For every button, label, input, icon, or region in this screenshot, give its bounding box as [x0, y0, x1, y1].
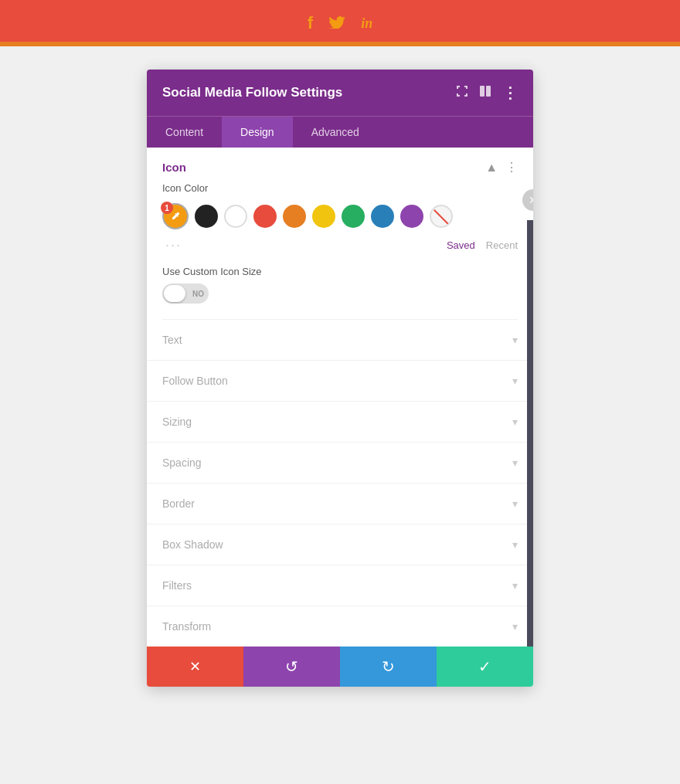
color-swatch-yellow[interactable]: [312, 205, 335, 228]
scrollbar[interactable]: [527, 220, 533, 647]
color-swatch-none[interactable]: [430, 205, 453, 228]
spacing-chevron: ▾: [512, 456, 518, 469]
follow-button-chevron: ▾: [512, 375, 518, 387]
tab-advanced[interactable]: Advanced: [293, 117, 378, 148]
sizing-section[interactable]: Sizing ▾: [147, 402, 533, 443]
custom-size-label: Use Custom Icon Size: [162, 266, 518, 277]
eyedropper-icon: [170, 211, 181, 222]
save-button[interactable]: ✓: [437, 647, 533, 687]
filters-section[interactable]: Filters ▾: [147, 565, 533, 606]
icon-section-title: Icon: [162, 161, 186, 174]
color-swatch-selected[interactable]: 1: [162, 203, 189, 229]
section-more-icon[interactable]: ⋮: [505, 160, 518, 175]
undo-icon: ↺: [285, 657, 298, 676]
border-chevron: ▾: [512, 497, 518, 510]
follow-button-label: Follow Button: [162, 375, 228, 387]
cancel-button[interactable]: ✕: [147, 647, 243, 687]
facebook-icon[interactable]: f: [308, 13, 313, 33]
tabs: Content Design Advanced: [147, 116, 533, 148]
sizing-chevron: ▾: [512, 416, 518, 428]
icon-color-label: Icon Color: [162, 182, 518, 194]
modal-header-icons: ⋮: [456, 83, 518, 102]
color-swatch-red[interactable]: [253, 205, 277, 228]
text-section[interactable]: Text ▾: [147, 320, 533, 361]
filters-label: Filters: [162, 579, 192, 592]
border-label: Border: [162, 497, 195, 510]
modal-header: Social Media Follow Settings ⋮: [147, 70, 533, 116]
swatch-number: 1: [161, 202, 173, 214]
color-swatch-black[interactable]: [195, 205, 218, 228]
toggle-thumb: [164, 285, 185, 302]
icon-color-section: Icon Color 1: [147, 182, 533, 319]
layout-icon[interactable]: [479, 85, 491, 100]
linkedin-icon[interactable]: in: [361, 15, 372, 32]
text-label: Text: [162, 334, 182, 346]
page-content: Social Media Follow Settings ⋮: [0, 46, 680, 710]
saved-tab[interactable]: Saved: [447, 239, 475, 251]
spacing-label: Spacing: [162, 456, 202, 469]
modal-body: Icon ▲ ⋮ Icon Color 1: [147, 148, 533, 647]
color-swatch-green[interactable]: [342, 205, 365, 228]
tab-design[interactable]: Design: [222, 117, 293, 148]
custom-size-toggle[interactable]: NO: [162, 283, 209, 304]
svg-rect-1: [486, 86, 491, 97]
filters-chevron: ▾: [512, 579, 518, 592]
save-icon: ✓: [478, 657, 491, 676]
color-swatch-blue[interactable]: [371, 205, 394, 228]
follow-button-section[interactable]: Follow Button ▾: [147, 361, 533, 402]
transform-chevron: ▾: [512, 620, 518, 633]
collapse-icon[interactable]: ▲: [485, 161, 498, 175]
custom-size-toggle-row: Use Custom Icon Size NO: [162, 266, 518, 304]
svg-rect-0: [480, 86, 484, 97]
twitter-icon[interactable]: [328, 15, 345, 32]
color-swatch-white[interactable]: [224, 205, 247, 228]
section-header-controls: ▲ ⋮: [485, 160, 518, 175]
redo-icon: ↻: [382, 657, 395, 676]
fullscreen-icon[interactable]: [456, 85, 468, 100]
toggle-value: NO: [192, 290, 204, 298]
more-options-icon[interactable]: ⋮: [502, 83, 518, 102]
recent-tab[interactable]: Recent: [486, 239, 518, 251]
saved-recent-tabs: Saved Recent: [447, 239, 518, 251]
redo-button[interactable]: ↻: [340, 647, 437, 687]
modal-footer: ✕ ↺ ↻ ✓: [147, 647, 533, 687]
tab-content[interactable]: Content: [147, 117, 222, 148]
color-swatches-row1: 1: [162, 203, 518, 229]
text-chevron: ▾: [512, 334, 518, 346]
spacing-section[interactable]: Spacing ▾: [147, 443, 533, 484]
box-shadow-chevron: ▾: [512, 538, 518, 551]
transform-section[interactable]: Transform ▾: [147, 606, 533, 647]
box-shadow-section[interactable]: Box Shadow ▾: [147, 524, 533, 565]
icon-section-header: Icon ▲ ⋮: [147, 148, 533, 182]
more-colors-button[interactable]: ···: [165, 237, 182, 253]
cancel-icon: ✕: [189, 658, 201, 675]
color-swatch-purple[interactable]: [400, 205, 423, 228]
settings-modal: Social Media Follow Settings ⋮: [147, 70, 533, 687]
transform-label: Transform: [162, 620, 211, 633]
border-section[interactable]: Border ▾: [147, 484, 533, 524]
color-swatch-orange[interactable]: [283, 205, 306, 228]
top-bar: f in: [0, 0, 680, 46]
swatches-row2: ··· Saved Recent: [162, 237, 518, 253]
modal-title: Social Media Follow Settings: [162, 85, 342, 100]
box-shadow-label: Box Shadow: [162, 538, 223, 551]
undo-button[interactable]: ↺: [243, 647, 340, 687]
sizing-label: Sizing: [162, 416, 192, 428]
